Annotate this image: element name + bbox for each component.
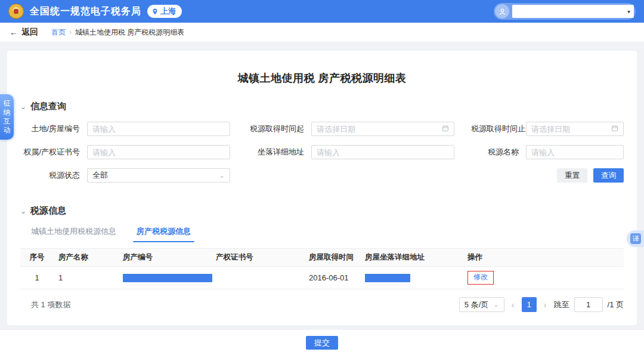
- breadcrumb-current: 城镇土地使用税 房产税税源明细表: [75, 27, 184, 38]
- source-status-value: 全部: [92, 170, 108, 181]
- location-selector[interactable]: 上海: [147, 5, 182, 18]
- page-number-button[interactable]: 1: [522, 297, 537, 312]
- location-label: 上海: [160, 6, 176, 17]
- date-to-input[interactable]: [531, 125, 609, 134]
- pagination: 共 1 项数据 5 条/页 ⌄ ‹ 1 › 跳至 /1 页: [20, 297, 624, 312]
- chevron-down-icon: ⌄: [493, 301, 499, 308]
- table-row: 1 1 2016-06-01 修改: [20, 267, 624, 289]
- jump-to-label: 跳至: [554, 300, 569, 310]
- cell-cert-number: [211, 267, 304, 289]
- query-section-title: 信息查询: [30, 101, 66, 112]
- col-property-number: 房产编号: [118, 249, 211, 267]
- submit-button[interactable]: 提交: [306, 336, 338, 350]
- breadcrumb-bar: ← 返回 首页 › 城镇土地使用税 房产税税源明细表: [0, 23, 644, 42]
- source-section-title: 税源信息: [30, 205, 66, 217]
- source-table: 序号 房产名称 房产编号 产权证书号 房屋取得时间 房屋坐落详细地址 操作 1 …: [20, 248, 624, 289]
- breadcrumb: 首页 › 城镇土地使用税 房产税税源明细表: [51, 27, 184, 38]
- tax-bureau-emblem-icon: [8, 4, 24, 19]
- cell-property-name: 1: [54, 267, 118, 289]
- content-card: 城镇土地使用税 房产税税源明细表 ⌄ 信息查询 土地/房屋编号 税源取得时间起: [7, 51, 637, 325]
- back-label: 返回: [21, 27, 38, 38]
- breadcrumb-separator: ›: [69, 28, 72, 36]
- date-from-input[interactable]: [317, 125, 439, 134]
- col-cert-number: 产权证书号: [211, 249, 304, 267]
- redaction-bar: [365, 274, 410, 282]
- footer-bar: 提交: [0, 330, 644, 355]
- search-button[interactable]: 查询: [593, 168, 624, 183]
- next-page-button[interactable]: ›: [541, 300, 549, 309]
- field-label-source-name: 税源名称: [471, 147, 526, 158]
- main-area: 征纳互动 译 城镇土地使用税 房产税税源明细表 ⌄ 信息查询 土地/房屋编号 税…: [0, 42, 644, 325]
- total-pages-label: /1 页: [608, 300, 624, 310]
- field-label-cert-number: 权属/产权证书号: [20, 147, 87, 158]
- source-section-header: ⌄ 税源信息: [20, 205, 624, 217]
- field-label-date-from: 税源取得时间起: [247, 124, 311, 134]
- calendar-icon: [611, 125, 618, 133]
- reset-button[interactable]: 重置: [557, 168, 587, 183]
- query-section-header: ⌄ 信息查询: [20, 101, 624, 112]
- user-account-dropdown[interactable]: ▾: [512, 5, 634, 18]
- collapse-chevron-icon[interactable]: ⌄: [20, 209, 26, 214]
- breadcrumb-home[interactable]: 首页: [51, 27, 66, 38]
- page-size-value: 5 条/页: [465, 300, 488, 310]
- col-address: 房屋坐落详细地址: [360, 249, 463, 267]
- query-form: 土地/房屋编号 税源取得时间起 税源取得时间止: [20, 122, 624, 183]
- source-name-input[interactable]: [531, 148, 618, 157]
- page-title: 城镇土地使用税 房产税税源明细表: [20, 71, 624, 85]
- translate-float-button[interactable]: 译: [627, 230, 644, 247]
- col-acquired-date: 房屋取得时间: [304, 249, 360, 267]
- annotation-highlight-box: 修改: [467, 271, 494, 285]
- back-button[interactable]: ← 返回: [10, 27, 38, 38]
- property-number-input[interactable]: [92, 125, 225, 134]
- location-pin-icon: [151, 8, 159, 16]
- tab-land-use-tax[interactable]: 城镇土地使用税税源信息: [31, 226, 116, 242]
- dropdown-caret-icon: ▾: [627, 8, 630, 15]
- field-label-address: 坐落详细地址: [247, 147, 311, 158]
- table-header-row: 序号 房产名称 房产编号 产权证书号 房屋取得时间 房屋坐落详细地址 操作: [20, 249, 624, 267]
- total-count: 共 1 项数据: [20, 300, 70, 310]
- field-label-property-number: 土地/房屋编号: [20, 124, 87, 134]
- modify-link[interactable]: 修改: [473, 273, 488, 281]
- field-label-source-status: 税源状态: [20, 170, 87, 181]
- prev-page-button[interactable]: ‹: [509, 300, 517, 309]
- source-tabs: 城镇土地使用税税源信息 房产税税源信息: [20, 226, 624, 242]
- translate-icon: 译: [630, 233, 641, 244]
- address-input[interactable]: [317, 148, 449, 157]
- cell-action: 修改: [463, 267, 624, 289]
- user-widget: ▾: [494, 3, 636, 20]
- source-status-select[interactable]: 全部 ⌄: [87, 168, 230, 183]
- cell-property-number: [118, 267, 211, 289]
- collapse-chevron-icon[interactable]: ⌄: [20, 104, 26, 109]
- col-action: 操作: [463, 249, 624, 267]
- chevron-down-icon: ⌄: [219, 172, 225, 179]
- redaction-bar: [123, 274, 212, 282]
- col-seq: 序号: [20, 249, 54, 267]
- col-property-name: 房产名称: [54, 249, 118, 267]
- tab-property-tax[interactable]: 房产税税源信息: [137, 226, 191, 242]
- app-title: 全国统一规范电子税务局: [30, 5, 141, 18]
- field-label-date-to: 税源取得时间止: [471, 124, 526, 134]
- cert-number-input[interactable]: [92, 148, 225, 157]
- user-avatar-icon[interactable]: [495, 4, 509, 18]
- jump-to-input[interactable]: [574, 297, 603, 312]
- page-size-select[interactable]: 5 条/页 ⌄: [459, 297, 504, 312]
- calendar-icon: [442, 125, 449, 133]
- back-arrow-icon: ←: [10, 27, 18, 37]
- app-header: 全国统一规范电子税务局 上海 ▾: [0, 0, 644, 23]
- cell-address: [360, 267, 463, 289]
- interaction-side-tab[interactable]: 征纳互动: [0, 94, 14, 140]
- cell-acquired-date: 2016-06-01: [304, 267, 360, 289]
- cell-seq: 1: [20, 267, 54, 289]
